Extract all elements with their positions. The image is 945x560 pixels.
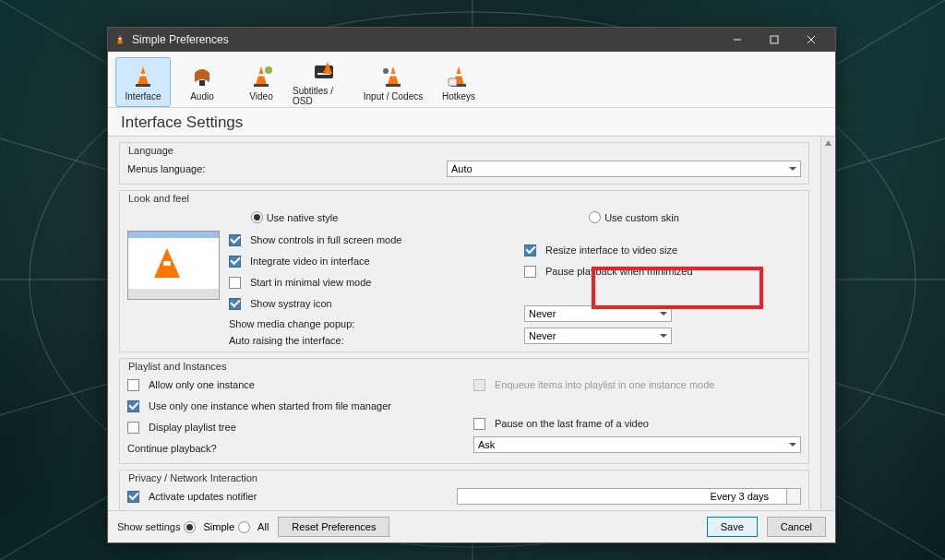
cancel-button[interactable]: Cancel	[767, 517, 826, 537]
start-minimal-check[interactable]	[229, 277, 241, 289]
svg-rect-12	[116, 44, 124, 46]
group-title: Language	[126, 145, 176, 156]
use-custom-skin-label: Use custom skin	[604, 212, 679, 223]
group-language: Language Menus language: Auto	[119, 142, 809, 185]
vertical-scrollbar[interactable]	[820, 137, 835, 510]
menus-language-select[interactable]: Auto	[447, 161, 801, 177]
show-settings-all-radio[interactable]	[238, 521, 250, 533]
display-tree-check[interactable]	[127, 422, 139, 434]
tab-audio[interactable]: Audio	[174, 57, 230, 107]
titlebar: Simple Preferences	[108, 28, 835, 52]
svg-rect-19	[199, 80, 205, 86]
svg-point-27	[383, 68, 389, 74]
category-tabs: Interface Audio Video Subtitles / OSD In…	[108, 52, 835, 108]
svg-point-22	[265, 66, 272, 74]
continue-playback-select[interactable]: Ask	[473, 436, 801, 453]
tab-label: Subtitles / OSD	[293, 86, 355, 106]
show-controls-check[interactable]	[229, 234, 241, 246]
vlc-cone-icon	[114, 33, 126, 46]
window-title: Simple Preferences	[132, 33, 229, 46]
enqueue-items-check	[473, 379, 485, 391]
svg-rect-17	[140, 74, 146, 77]
auto-raise-select[interactable]: Never	[524, 328, 672, 344]
tab-interface[interactable]: Interface	[115, 57, 171, 107]
group-privacy: Privacy / Network Interaction Activate u…	[119, 470, 809, 510]
pause-last-frame-check[interactable]	[473, 418, 485, 430]
menus-language-label: Menus language:	[127, 163, 441, 174]
group-title: Playlist and Instances	[126, 361, 229, 372]
reset-preferences-button[interactable]: Reset Preferences	[278, 517, 389, 537]
group-title: Look and feel	[126, 193, 192, 204]
show-systray-check[interactable]	[229, 298, 241, 310]
allow-one-instance-check[interactable]	[127, 379, 139, 391]
svg-rect-11	[118, 38, 121, 40]
svg-rect-18	[136, 84, 150, 87]
group-title: Privacy / Network Interaction	[126, 472, 260, 483]
group-look-and-feel: Look and feel Use native style Use custo…	[119, 190, 809, 352]
settings-scroll-area[interactable]: Language Menus language: Auto Look and f…	[108, 137, 820, 510]
preferences-window: Simple Preferences Interface Audio Video…	[107, 27, 836, 543]
svg-rect-30	[449, 78, 457, 86]
integrate-video-check[interactable]	[229, 256, 241, 268]
close-button[interactable]	[793, 28, 830, 52]
footer: Show settings Simple All Reset Preferenc…	[108, 510, 835, 542]
tab-codecs[interactable]: Input / Codecs	[359, 57, 427, 107]
tab-label: Hotkeys	[442, 91, 475, 101]
continue-playback-label: Continue playback?	[127, 443, 217, 454]
maximize-button[interactable]	[756, 28, 793, 52]
use-native-style-label: Use native style	[267, 212, 339, 223]
pause-minimized-check[interactable]	[524, 266, 536, 278]
svg-rect-26	[386, 84, 401, 87]
minimize-button[interactable]	[719, 28, 756, 52]
tab-label: Input / Codecs	[364, 91, 423, 101]
show-settings-label: Show settings	[117, 521, 180, 532]
use-native-style-radio[interactable]	[251, 211, 263, 223]
updates-frequency-spinner[interactable]: Every 3 days	[457, 488, 801, 505]
media-popup-label: Show media change popup:	[229, 318, 377, 329]
svg-rect-21	[254, 84, 269, 87]
svg-rect-28	[456, 74, 461, 77]
tab-label: Audio	[190, 91, 214, 101]
tab-label: Video	[249, 91, 272, 101]
tab-subtitles[interactable]: Subtitles / OSD	[293, 57, 355, 107]
auto-raise-label: Auto raising the interface:	[229, 335, 377, 346]
use-custom-skin-radio[interactable]	[589, 211, 601, 223]
svg-rect-14	[771, 36, 778, 43]
resize-interface-check[interactable]	[524, 244, 536, 256]
tab-video[interactable]: Video	[233, 57, 289, 107]
show-settings-simple-radio[interactable]	[184, 521, 196, 533]
tab-label: Interface	[126, 91, 161, 101]
interface-preview	[127, 231, 220, 300]
svg-rect-20	[258, 74, 264, 77]
tab-hotkeys[interactable]: Hotkeys	[431, 57, 486, 107]
svg-rect-25	[390, 74, 396, 77]
page-title: Interface Settings	[108, 108, 835, 137]
save-button[interactable]: Save	[707, 517, 758, 537]
one-from-fm-check[interactable]	[127, 400, 139, 412]
activate-updates-check[interactable]	[127, 491, 139, 503]
media-popup-select[interactable]: Never	[524, 305, 672, 322]
group-playlist: Playlist and Instances Allow only one in…	[119, 358, 809, 464]
